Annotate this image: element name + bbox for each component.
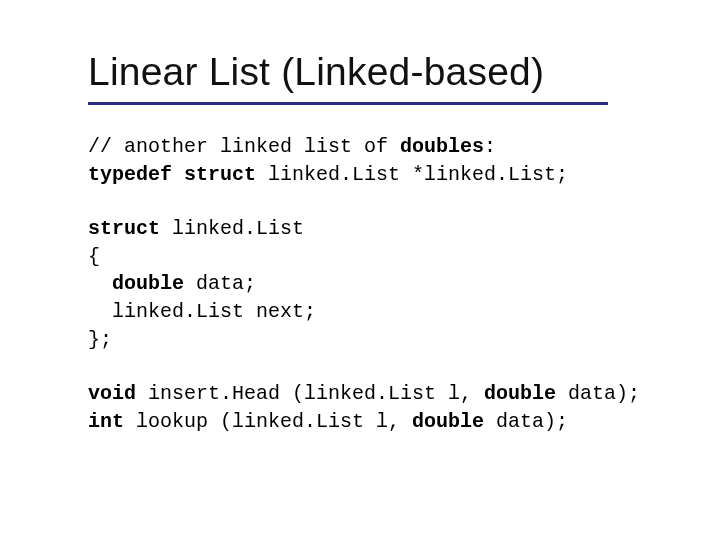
code-line-9: int lookup (linked.List l, double data); xyxy=(88,410,568,433)
code-text: insert.Head (linked.List l, xyxy=(136,382,484,405)
code-line-1: // another linked list of doubles: xyxy=(88,135,496,158)
blank-line xyxy=(88,188,720,215)
code-line-4: { xyxy=(88,245,100,268)
code-text: : xyxy=(484,135,496,158)
code-block: // another linked list of doubles: typed… xyxy=(88,133,720,435)
code-text: // another linked list of xyxy=(88,135,400,158)
title-underline xyxy=(88,102,608,105)
code-keyword: int xyxy=(88,410,124,433)
code-line-3: struct linked.List xyxy=(88,217,304,240)
code-line-8: void insert.Head (linked.List l, double … xyxy=(88,382,640,405)
code-keyword: typedef struct xyxy=(88,163,256,186)
code-keyword: doubles xyxy=(400,135,484,158)
code-keyword: double xyxy=(88,272,184,295)
code-text: data; xyxy=(184,272,256,295)
blank-line xyxy=(88,353,720,380)
code-keyword: void xyxy=(88,382,136,405)
code-line-2: typedef struct linked.List *linked.List; xyxy=(88,163,568,186)
slide: Linear List (Linked-based) // another li… xyxy=(0,0,720,540)
code-line-5: double data; xyxy=(88,272,256,295)
code-keyword: double xyxy=(484,382,556,405)
code-text: data); xyxy=(556,382,640,405)
code-keyword: struct xyxy=(88,217,160,240)
slide-title: Linear List (Linked-based) xyxy=(88,50,720,94)
code-keyword: double xyxy=(412,410,484,433)
code-line-7: }; xyxy=(88,328,112,351)
code-text: linked.List *linked.List; xyxy=(256,163,568,186)
code-text: linked.List xyxy=(160,217,304,240)
code-text: lookup (linked.List l, xyxy=(124,410,412,433)
code-line-6: linked.List next; xyxy=(88,300,316,323)
code-text: data); xyxy=(484,410,568,433)
